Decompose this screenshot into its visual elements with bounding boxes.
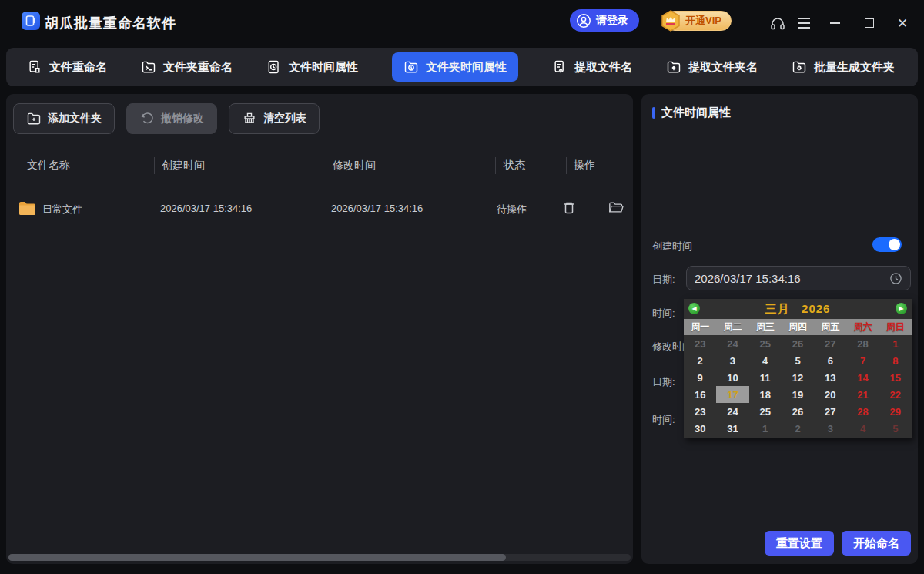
tab-label: 提取文件夹名 [688,60,758,75]
start-rename-button[interactable]: 开始命名 [842,531,911,556]
calendar-day[interactable]: 16 [684,386,716,403]
tab-extract-foldername[interactable]: 提取文件夹名 [666,59,758,75]
tab-label: 文件夹时间属性 [426,60,507,75]
calendar-day[interactable]: 31 [716,420,748,437]
close-button[interactable]: ✕ [893,14,912,32]
calendar-day[interactable]: 29 [879,403,912,420]
login-button[interactable]: 请登录 [570,9,639,32]
calendar-day[interactable]: 25 [749,403,782,420]
button-label: 清空列表 [263,112,306,126]
tab-extract-filename[interactable]: 提取文件名 [552,59,632,75]
support-headphones-icon[interactable] [768,14,787,32]
tab-file-rename[interactable]: 文件重命名 [27,59,107,75]
calendar-day[interactable]: 21 [846,386,879,403]
row-modified: 2026/03/17 15:34:16 [331,203,423,214]
calendar-day[interactable]: 19 [782,386,814,403]
calendar-day[interactable]: 27 [814,335,846,352]
calendar-day[interactable]: 27 [814,403,846,420]
calendar-day[interactable]: 14 [846,369,879,386]
tab-folder-time[interactable]: 文件夹时间属性 [392,52,518,82]
calendar-day[interactable]: 7 [846,352,879,369]
delete-trash-icon[interactable] [562,200,576,215]
calendar-day[interactable]: 20 [814,386,846,403]
undo-icon [139,111,155,126]
calendar-day[interactable]: 2 [782,420,814,437]
tab-folder-rename[interactable]: 文件夹重命名 [141,59,233,75]
tab-file-time[interactable]: 文件时间属性 [266,59,358,75]
calendar-day[interactable]: 24 [716,335,748,352]
calendar-header: ◀ 三月 2026 ▶ [684,299,912,319]
calendar-day[interactable]: 5 [879,420,912,437]
calendar-day[interactable]: 1 [879,335,912,352]
folder-icon [19,202,35,215]
clock-icon[interactable] [889,272,902,285]
calendar-day[interactable]: 23 [684,403,716,420]
titlebar: 胡瓜批量重命名软件 请登录 开通VIP ✕ [0,0,924,46]
calendar-day[interactable]: 6 [814,352,846,369]
calendar-day[interactable]: 24 [716,403,748,420]
calendar-day[interactable]: 3 [716,352,748,369]
vip-label: 开通VIP [685,14,721,28]
vip-button[interactable]: 开通VIP [665,11,732,31]
row-status: 待操作 [497,203,527,217]
reset-settings-button[interactable]: 重置设置 [765,531,834,556]
col-actions: 操作 [574,159,595,173]
calendar-day[interactable]: 26 [782,335,814,352]
calendar-day[interactable]: 25 [749,335,782,352]
calendar-day[interactable]: 11 [749,369,782,386]
calendar-day[interactable]: 4 [749,352,782,369]
calendar-day[interactable]: 15 [879,369,912,386]
folder-extract-icon [666,59,681,75]
created-time-toggle[interactable] [872,237,902,252]
calendar-day[interactable]: 28 [846,335,879,352]
undo-button[interactable]: 撤销修改 [126,103,217,134]
calendar-day[interactable]: 8 [879,352,912,369]
col-modified: 修改时间 [333,159,376,173]
calendar-day[interactable]: 13 [814,369,846,386]
button-label: 撤销修改 [161,112,204,126]
table-row[interactable]: 日常文件 2026/03/17 15:34:16 2026/03/17 15:3… [6,191,633,227]
calendar-day[interactable]: 30 [684,420,716,437]
menu-hamburger-icon[interactable] [795,14,813,32]
calendar-day[interactable]: 4 [846,420,879,437]
created-date-input[interactable]: 2026/03/17 15:34:16 [686,266,911,290]
file-rename-icon [27,59,42,75]
calendar-day[interactable]: 10 [716,369,748,386]
calendar-day[interactable]: 2 [684,352,716,369]
calendar-weekday: 周三 [749,319,782,335]
date-picker-calendar: ◀ 三月 2026 ▶ 周一周二周三周四周五周六周日 2324252627281… [684,299,912,438]
maximize-button[interactable] [860,14,879,32]
calendar-day[interactable]: 28 [846,403,879,420]
calendar-day[interactable]: 5 [782,352,814,369]
user-icon [576,13,591,29]
next-month-icon[interactable]: ▶ [896,303,907,314]
calendar-weekdays: 周一周二周三周四周五周六周日 [684,319,912,335]
open-folder-icon[interactable] [608,200,624,214]
broom-icon [242,111,257,126]
calendar-day[interactable]: 18 [749,386,782,403]
minimize-button[interactable] [825,14,844,32]
calendar-weekday: 周二 [716,319,748,335]
date-label-2: 日期: [652,375,675,389]
calendar-day[interactable]: 17 [716,386,748,403]
calendar-day[interactable]: 9 [684,369,716,386]
tab-label: 提取文件名 [574,60,632,75]
calendar-weekday: 周一 [684,319,716,335]
file-list-panel: 添加文件夹 撤销修改 清空列表 文件名称 创建时间 修改时间 状态 操作 日常文… [6,94,633,564]
col-status: 状态 [504,159,525,173]
calendar-day[interactable]: 26 [782,403,814,420]
calendar-day[interactable]: 23 [684,335,716,352]
clear-list-button[interactable]: 清空列表 [229,103,320,134]
tab-label: 文件重命名 [49,60,107,75]
prev-month-icon[interactable]: ◀ [688,303,700,314]
calendar-day[interactable]: 22 [879,386,912,403]
add-folder-button[interactable]: 添加文件夹 [13,103,115,134]
calendar-day[interactable]: 1 [749,420,782,437]
horizontal-scrollbar-track[interactable] [8,554,631,561]
login-label: 请登录 [596,14,628,28]
calendar-day[interactable]: 3 [814,420,846,437]
horizontal-scrollbar-thumb[interactable] [8,554,506,561]
time-settings-panel: 文件时间属性 创建时间 日期: 2026/03/17 15:34:16 时间: … [641,94,918,564]
calendar-day[interactable]: 12 [782,369,814,386]
tab-batch-create-folder[interactable]: 批量生成文件夹 [792,59,895,75]
